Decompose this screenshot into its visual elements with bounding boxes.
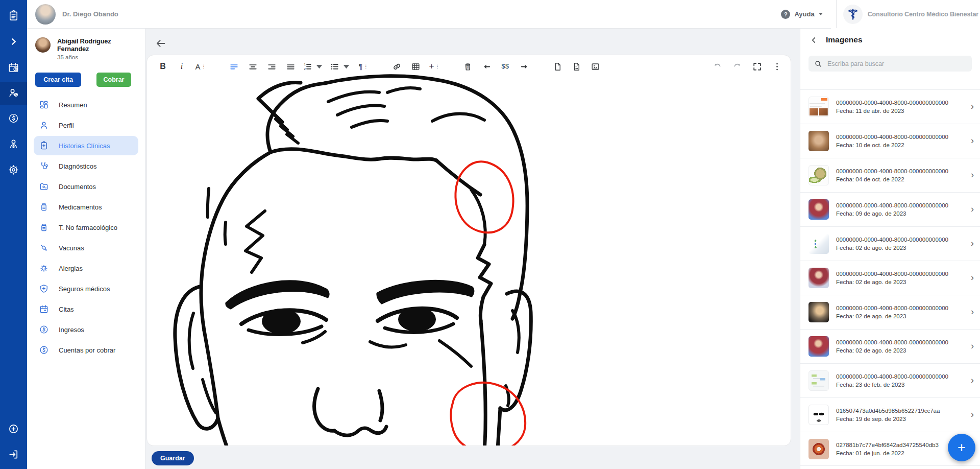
sidebar-item-alergias[interactable]: Alergias	[34, 259, 138, 278]
image-id: 00000000-0000-4000-8000-000000000000	[836, 168, 948, 174]
current-user[interactable]: Dr. Diego Obando	[27, 4, 118, 25]
nav-item-records-logo[interactable]	[0, 5, 27, 28]
image-list-item[interactable]: 00000000-0000-4000-8000-000000000000Fech…	[800, 124, 980, 158]
image-list-item[interactable]: 00000000-0000-4000-8000-000000000000Fech…	[800, 158, 980, 192]
sidebar-item-label: T. No farmacológico	[59, 224, 117, 231]
nav-item-doctors[interactable]	[0, 133, 27, 156]
image-id: 00000000-0000-4000-8000-000000000000	[836, 373, 948, 380]
chevron-right-icon: ›	[971, 307, 974, 318]
image-id: 027881b7c77e4bf6842ad34725540db3	[836, 442, 939, 448]
charge-button[interactable]: Cobrar	[96, 73, 131, 87]
image-date: Fecha: 01 de jun. de 2022	[836, 450, 939, 456]
clinic-info[interactable]: Consultorio Centro Médico Bienestar	[837, 5, 980, 24]
image-id: 00000000-0000-4000-8000-000000000000	[836, 339, 948, 345]
fullscreen-icon[interactable]	[750, 59, 764, 74]
topbar-right: ? Ayuda Consultorio Centro Médico Bienes…	[781, 0, 980, 28]
image-thumbnail-woman-red-blue	[808, 199, 829, 220]
image-date: Fecha: 09 de ago. de 2023	[836, 210, 948, 217]
image-thumbnail-flowchart	[808, 370, 829, 391]
left-nav-rail	[0, 0, 27, 469]
nav-item-patients[interactable]	[0, 82, 27, 105]
image-list-item[interactable]: 016507473a0d4b5d985b6522719cc7aaFecha: 1…	[800, 397, 980, 432]
image-texts: 00000000-0000-4000-8000-000000000000Fech…	[836, 271, 948, 285]
back-button[interactable]	[153, 35, 169, 52]
image-thumbnail-doc-orange	[808, 97, 829, 117]
nav-item-add-new[interactable]	[0, 418, 27, 441]
image-texts: 00000000-0000-4000-8000-000000000000Fech…	[836, 168, 948, 182]
image-thumbnail-face-sketch	[808, 405, 829, 425]
face-sketch-canvas[interactable]	[149, 72, 536, 446]
pill-bottle-icon	[39, 202, 49, 212]
arrow-left-icon	[155, 38, 166, 49]
chevron-right-icon: ›	[971, 410, 974, 420]
add-image-fab[interactable]: +	[948, 434, 975, 461]
sidebar-item-diagnosticos[interactable]: Diagnósticos	[34, 156, 138, 176]
image-list-item[interactable]: 00000000-0000-4000-8000-000000000000Fech…	[800, 295, 980, 329]
topbar-bottom-border	[27, 28, 831, 29]
sidebar-item-cuentas-por-cobrar[interactable]: Cuentas por cobrar	[34, 340, 138, 360]
sidebar-item-ingresos[interactable]: Ingresos	[34, 320, 138, 339]
image-list-item[interactable]: 00000000-0000-4000-8000-000000000000Fech…	[800, 226, 980, 261]
sidebar-item-vacunas[interactable]: Vacunas	[34, 238, 138, 257]
image-texts: 00000000-0000-4000-8000-000000000000Fech…	[836, 237, 948, 251]
image-icon[interactable]	[589, 59, 602, 74]
image-texts: 00000000-0000-4000-8000-000000000000Fech…	[836, 305, 948, 319]
image-id: 00000000-0000-4000-8000-000000000000	[836, 305, 948, 311]
file-icon[interactable]	[551, 59, 564, 74]
nav-item-settings[interactable]	[0, 159, 27, 182]
image-list-item[interactable]: 00000000-0000-4000-8000-000000000000Fech…	[800, 363, 980, 397]
image-list-item[interactable]: 00000000-0000-4000-8000-000000000000Fech…	[800, 89, 980, 124]
caduceus-icon	[843, 5, 863, 24]
image-thumbnail-hands	[808, 131, 829, 151]
help-label: Ayuda	[794, 10, 814, 18]
more-vertical-icon[interactable]	[770, 59, 783, 74]
image-thumbnail-woman-red-blue2	[808, 336, 829, 357]
sidebar-item-label: Citas	[59, 306, 74, 313]
doctor-icon	[8, 138, 19, 152]
nav-item-logout[interactable]	[0, 444, 27, 466]
image-texts: 00000000-0000-4000-8000-000000000000Fech…	[836, 202, 948, 217]
undo-icon[interactable]	[710, 59, 724, 74]
sidebar-item-historias-clinicas[interactable]: Historias Clínicas	[34, 136, 138, 155]
help-menu[interactable]: ? Ayuda	[781, 10, 836, 19]
svg-text:1: 1	[304, 63, 306, 66]
patient-avatar	[35, 37, 51, 53]
sidebar-item-resumen[interactable]: Resumen	[34, 95, 138, 114]
sidebar-item-citas[interactable]: Citas	[34, 299, 138, 319]
sidebar-item-t-no-farmacologico[interactable]: T. No farmacológico	[34, 218, 138, 237]
search-input[interactable]	[827, 60, 966, 67]
sidebar-item-documentos[interactable]: Documentos	[34, 177, 138, 196]
file-image-icon[interactable]	[570, 59, 583, 74]
sidebar-item-medicamentos[interactable]: Medicamentos	[34, 197, 138, 217]
image-id: 00000000-0000-4000-8000-000000000000	[836, 237, 948, 243]
save-button[interactable]: Guardar	[152, 451, 194, 465]
image-list-item[interactable]: 00000000-0000-4000-8000-000000000000Fech…	[800, 329, 980, 363]
allergen-icon	[39, 263, 49, 273]
image-date: Fecha: 02 de ago. de 2023	[836, 347, 948, 354]
patient-sidebar: Abigail Rodriguez Fernandez 35 años Crea…	[27, 28, 145, 469]
nav-item-agenda[interactable]	[0, 57, 27, 80]
plus-circle-icon	[8, 423, 19, 437]
image-date: Fecha: 04 de oct. de 2022	[836, 176, 948, 182]
image-date: Fecha: 23 de feb. de 2023	[836, 382, 948, 388]
editor-toolbar-right	[710, 59, 783, 74]
create-appointment-button[interactable]: Crear cita	[35, 73, 81, 87]
main-content: BiA⋮12¶⋮+⋮$$$$	[145, 28, 800, 469]
panel-collapse-button[interactable]	[810, 36, 818, 44]
face-line-art	[175, 76, 531, 446]
image-list: 00000000-0000-4000-8000-000000000000Fech…	[800, 89, 980, 469]
redo-icon[interactable]	[730, 59, 744, 74]
clipboard-list-icon	[8, 10, 19, 24]
help-icon: ?	[781, 10, 790, 19]
image-thumbnail-melon	[808, 165, 829, 185]
chevron-right-icon: ›	[971, 136, 974, 147]
image-list-item[interactable]: 00000000-0000-4000-8000-000000000000Fech…	[800, 261, 980, 295]
sidebar-item-seguros-medicos[interactable]: Seguros médicos	[34, 279, 138, 298]
nav-item-billing[interactable]	[0, 108, 27, 130]
nav-item-expand[interactable]	[0, 31, 27, 54]
image-date: Fecha: 02 de ago. de 2023	[836, 279, 948, 285]
pill-bottle-icon	[39, 222, 49, 232]
image-list-item[interactable]: 00000000-0000-4000-8000-000000000000Fech…	[800, 192, 980, 226]
sidebar-item-perfil[interactable]: Perfil	[34, 115, 138, 135]
coin-icon	[39, 345, 49, 355]
